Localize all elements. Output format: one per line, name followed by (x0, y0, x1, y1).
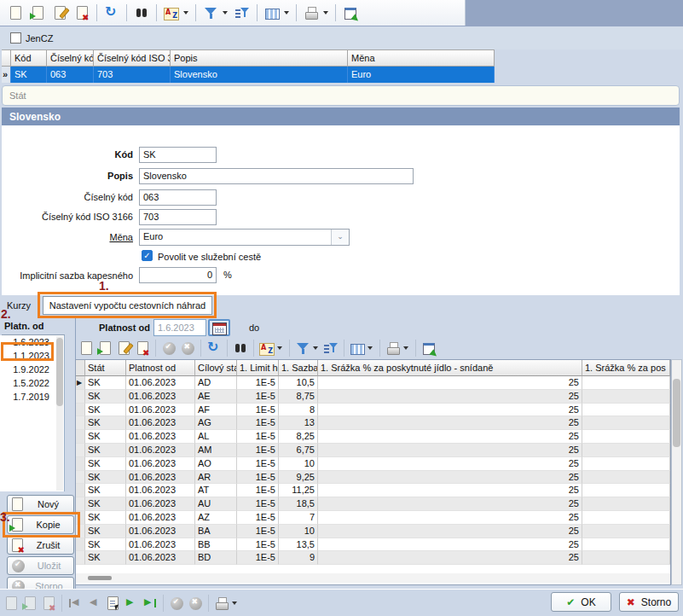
refresh-button[interactable] (101, 2, 123, 24)
funnel-button[interactable] (200, 2, 222, 24)
del-button[interactable] (71, 2, 93, 24)
prev-button[interactable] (84, 594, 103, 613)
popis-field[interactable]: Slovensko (139, 168, 414, 184)
copy-button[interactable] (26, 2, 49, 24)
dropdown-arrow-icon[interactable] (232, 601, 237, 605)
kod-field[interactable]: SK (139, 147, 217, 163)
table-row[interactable]: ▶SK01.06.2023AD1E-510,525 (76, 376, 670, 390)
rates-table[interactable]: StátPlatnost odCílový stat1. Limit hodin… (75, 359, 671, 585)
columns-button[interactable] (261, 2, 283, 24)
column-header[interactable]: Cílový stat (195, 360, 237, 376)
az-button[interactable] (160, 2, 182, 24)
dropdown-arrow-icon[interactable] (284, 11, 289, 15)
cancel-button[interactable] (178, 339, 197, 357)
funnel-button[interactable] (293, 339, 312, 357)
dropdown-arrow-icon[interactable] (403, 346, 408, 350)
list-item[interactable]: 1.5.2022 (0, 376, 49, 390)
edit-button[interactable] (114, 339, 133, 357)
dropdown-arrow-icon[interactable] (313, 346, 318, 350)
dropdown-arrow-icon[interactable] (183, 11, 188, 15)
platnost-od-field[interactable]: 1.6.2023 (153, 319, 206, 336)
first-button[interactable] (66, 594, 84, 613)
new-button[interactable] (4, 2, 26, 24)
dropdown-arrow-icon[interactable] (368, 346, 373, 350)
rates-hscrollbar-thumb[interactable] (88, 576, 112, 580)
copy-button[interactable] (96, 339, 114, 357)
kapesne-field[interactable]: 0 (139, 267, 217, 283)
dropdown-arrow-icon[interactable] (277, 346, 282, 350)
list-scrollbar-thumb[interactable] (56, 338, 63, 406)
find-button[interactable] (231, 339, 250, 357)
ciselny-kod-field[interactable]: 063 (139, 189, 217, 206)
mena-select[interactable]: Euro ⌄ (139, 229, 350, 246)
print-button[interactable] (300, 2, 322, 24)
ok-button[interactable]: ✔ OK (551, 592, 611, 612)
find-button[interactable] (130, 2, 153, 24)
export-button[interactable] (339, 2, 362, 24)
table-row[interactable]: SK01.06.2023BA1E-51025 (76, 525, 670, 538)
mena-label[interactable]: Měna (0, 230, 133, 242)
table-row[interactable]: SK01.06.2023AL1E-58,2525 (76, 430, 670, 444)
export-button[interactable] (420, 339, 438, 357)
column-header[interactable]: 1. Limit hodin (237, 360, 279, 376)
cancel-button[interactable] (186, 594, 205, 613)
ok-button[interactable] (167, 594, 186, 613)
storno-button[interactable]: ✖ Storno (619, 592, 679, 612)
ok-button[interactable] (159, 339, 178, 357)
reclist-button[interactable] (103, 594, 122, 613)
az-button[interactable] (258, 339, 276, 357)
edit-button[interactable] (49, 2, 71, 24)
rates-hscrollbar[interactable] (76, 573, 670, 583)
table-row[interactable]: SK01.06.2023BD1E-5925 (76, 551, 670, 565)
copy-button[interactable] (20, 594, 39, 613)
list-item[interactable]: 1.7.2019 (0, 390, 49, 404)
del-button[interactable] (39, 594, 58, 613)
table-row[interactable]: SK01.06.2023AE1E-58,7525 (76, 390, 670, 404)
table-row[interactable]: SK01.06.2023AG1E-51325 (76, 416, 670, 430)
dropdown-arrow-icon[interactable] (323, 11, 328, 15)
column-header[interactable]: Kód (11, 49, 47, 67)
table-row[interactable]: SK01.06.2023AZ1E-5725 (76, 511, 670, 525)
column-header[interactable]: Platnost od (126, 360, 195, 376)
rates-vscrollbar[interactable] (671, 359, 682, 585)
table-row[interactable]: »SK063703SlovenskoEuro (2, 67, 495, 83)
nový-button[interactable]: Nový (7, 495, 74, 514)
refresh-button[interactable] (205, 339, 223, 357)
print-button[interactable] (384, 339, 402, 357)
table-row[interactable]: SK01.06.2023AM1E-56,7525 (76, 444, 670, 457)
column-header[interactable]: Stát (85, 360, 126, 376)
iso-kod-field[interactable]: 703 (139, 209, 217, 225)
last-button[interactable] (141, 594, 159, 613)
dropdown-arrow-icon[interactable] (223, 11, 228, 15)
columns-button[interactable] (348, 339, 367, 357)
next-button[interactable] (122, 594, 141, 613)
column-header[interactable]: Popis (171, 49, 348, 67)
chevron-down-icon[interactable]: ⌄ (331, 230, 349, 245)
table-row[interactable]: SK01.06.2023AF1E-5825 (76, 404, 670, 417)
column-header[interactable]: 1. Srážka % za poskytnuté jídlo - snídan… (318, 360, 582, 376)
countries-table[interactable]: KódČíselný kódČíselný kód ISO 3166PopisM… (2, 49, 495, 83)
table-row[interactable]: SK01.06.2023BB1E-513,525 (76, 538, 670, 552)
column-header[interactable]: 1. Sazba (279, 360, 318, 376)
del-button[interactable] (133, 339, 152, 357)
jencz-checkbox[interactable] (10, 32, 21, 44)
list-item[interactable]: 1.9.2022 (0, 363, 49, 376)
new-button[interactable] (77, 339, 96, 357)
new-button[interactable] (2, 594, 20, 613)
column-header[interactable]: Měna (348, 49, 495, 67)
list-scrollbar[interactable] (56, 336, 63, 491)
table-row[interactable]: SK01.06.2023AR1E-59,2525 (76, 471, 670, 485)
table-row[interactable]: SK01.06.2023AT1E-511,2525 (76, 484, 670, 497)
print-button[interactable] (212, 594, 231, 613)
zrušit-button[interactable]: Zrušit (7, 536, 74, 555)
column-header[interactable]: Číselný kód (47, 49, 94, 67)
table-row[interactable]: SK01.06.2023AU1E-518,525 (76, 497, 670, 511)
rates-vscrollbar-thumb[interactable] (673, 379, 680, 447)
calendar-button[interactable] (208, 319, 230, 336)
povolit-checkbox[interactable]: ✓ (142, 250, 153, 261)
funnel2-button[interactable] (321, 339, 340, 357)
funnel2-button[interactable] (231, 2, 253, 24)
column-header[interactable]: 1. Srážka % za pos (582, 360, 670, 376)
column-header[interactable]: Číselný kód ISO 3166 (94, 49, 171, 67)
table-row[interactable]: SK01.06.2023AO1E-51025 (76, 457, 670, 471)
